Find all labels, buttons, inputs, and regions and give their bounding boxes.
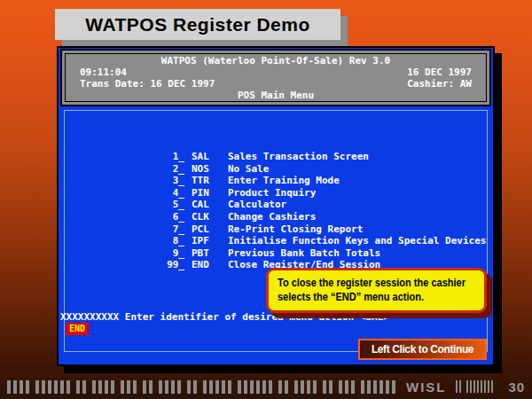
terminal-header-row-trans: Trans Date: 16 DEC 1997 Cashier: AW bbox=[62, 78, 489, 90]
barcode-bar bbox=[143, 380, 146, 394]
barcode-bar bbox=[373, 380, 377, 394]
menu-item-number: 4_ bbox=[59, 187, 184, 200]
barcode-bar bbox=[470, 380, 472, 393]
callout-line-2: selects the “END” menu action. bbox=[278, 290, 479, 304]
barcode-bar bbox=[149, 380, 153, 394]
barcode-bar bbox=[177, 380, 181, 394]
menu-item-code: END bbox=[192, 259, 216, 271]
terminal-time: 09:11:04 bbox=[80, 66, 127, 78]
menu-item-description: Sales Transaction Screen bbox=[228, 151, 369, 163]
menu-item-description: No Sale bbox=[228, 163, 269, 176]
terminal-cashier: Cashier: AW bbox=[407, 78, 472, 90]
callout-line-1: To close the register session the cashie… bbox=[278, 276, 479, 290]
barcode-bar bbox=[76, 380, 80, 394]
menu-row: 2_NOSNo Sale bbox=[59, 163, 493, 176]
slide-title: WATPOS Register Demo bbox=[85, 14, 310, 35]
barcode-bar bbox=[127, 380, 130, 394]
barcode-bar bbox=[313, 380, 317, 394]
barcode-bar bbox=[256, 380, 260, 394]
barcode-bar bbox=[301, 380, 304, 394]
barcode-bar bbox=[456, 380, 458, 393]
menu-row: 1_SALSales Transaction Screen bbox=[59, 151, 493, 163]
barcode-bar bbox=[307, 380, 310, 394]
barcode-pattern-left bbox=[7, 379, 398, 394]
menu-item-number: 9_ bbox=[59, 247, 184, 260]
barcode-bar bbox=[294, 380, 298, 394]
barcode-bar bbox=[269, 380, 272, 394]
barcode-bar bbox=[82, 380, 86, 394]
barcode-bar bbox=[351, 380, 355, 394]
menu-item-description: Previous Bank Batch Totals bbox=[228, 247, 380, 260]
menu-item-number: 6_ bbox=[59, 211, 184, 223]
menu-item-number: 1_ bbox=[59, 151, 184, 163]
menu-row: 8_IPFInitialise Function Keys and Specia… bbox=[59, 235, 493, 247]
barcode-bar bbox=[361, 380, 364, 394]
barcode-bar bbox=[466, 380, 468, 393]
barcode-bar bbox=[488, 380, 489, 393]
barcode-bar bbox=[159, 380, 162, 394]
menu-item-number: 7_ bbox=[59, 223, 184, 236]
barcode-bar bbox=[92, 380, 96, 394]
barcode-bar bbox=[459, 380, 461, 393]
menu-item-code: CLK bbox=[192, 211, 216, 223]
barcode-bar bbox=[171, 380, 175, 394]
barcode-bar bbox=[209, 380, 213, 394]
barcode-pattern-right bbox=[456, 379, 495, 394]
menu-item-code: PIN bbox=[192, 187, 216, 200]
menu-item-code: NOS bbox=[192, 163, 216, 176]
barcode-bar bbox=[481, 380, 482, 393]
barcode-bar bbox=[386, 380, 389, 394]
barcode-bar bbox=[285, 380, 288, 394]
menu-action-input: END bbox=[66, 323, 89, 335]
barcode-bar bbox=[473, 380, 475, 393]
menu-item-code: TTR bbox=[192, 175, 216, 187]
barcode-bar bbox=[250, 380, 254, 394]
menu-row: 3_TTREnter Training Mode bbox=[59, 175, 493, 187]
menu-item-code: IPF bbox=[192, 235, 216, 247]
slide-page-number: 30 bbox=[509, 379, 526, 395]
barcode-bar bbox=[121, 380, 124, 394]
slide-title-bar: WATPOS Register Demo bbox=[55, 9, 340, 40]
terminal-date: 16 DEC 1997 bbox=[407, 66, 472, 78]
barcode-bar bbox=[228, 380, 231, 394]
menu-item-code: PCL bbox=[192, 223, 216, 236]
barcode-bar bbox=[491, 380, 493, 393]
menu-item-description: Initialise Function Keys and Special Dev… bbox=[228, 235, 486, 247]
footer-brand: WISL bbox=[406, 379, 447, 395]
barcode-bar bbox=[20, 380, 23, 394]
barcode-bar bbox=[278, 380, 282, 394]
barcode-bar bbox=[215, 380, 219, 394]
menu-item-number: 5_ bbox=[59, 199, 184, 211]
menu-item-code: CAL bbox=[192, 199, 216, 211]
continue-button[interactable]: Left Click to Continue bbox=[358, 339, 487, 360]
barcode-bar bbox=[379, 380, 383, 394]
barcode-bar bbox=[13, 380, 17, 394]
barcode-bar bbox=[54, 380, 58, 394]
menu-row: 9_PBTPrevious Bank Batch Totals bbox=[59, 247, 493, 260]
barcode-bar bbox=[222, 380, 225, 394]
barcode-bar bbox=[238, 380, 241, 394]
terminal-header-row-time: 09:11:04 16 DEC 1997 bbox=[62, 66, 489, 78]
barcode-bar bbox=[26, 380, 29, 394]
continue-button-label: Left Click to Continue bbox=[372, 343, 473, 356]
barcode-bar bbox=[187, 380, 191, 394]
barcode-bar bbox=[48, 380, 51, 394]
menu-list: 1_SALSales Transaction Screen2_NOSNo Sal… bbox=[59, 151, 493, 271]
barcode-bar bbox=[35, 380, 39, 394]
slide-footer: WISL 30 bbox=[0, 379, 532, 395]
menu-item-description: Product Inquiry bbox=[228, 187, 316, 200]
menu-item-description: Change Cashiers bbox=[228, 211, 316, 223]
barcode-bar bbox=[323, 380, 326, 394]
menu-row: 5_CALCalculator bbox=[59, 199, 493, 211]
barcode-bar bbox=[111, 380, 114, 394]
terminal-trans-date: Trans Date: 16 DEC 1997 bbox=[80, 78, 215, 90]
barcode-bar bbox=[98, 380, 102, 394]
menu-item-description: Re-Print Closing Report bbox=[228, 223, 363, 236]
barcode-bar bbox=[7, 380, 11, 394]
menu-row: 4_PINProduct Inquiry bbox=[59, 187, 493, 200]
barcode-bar bbox=[484, 380, 486, 393]
barcode-bar bbox=[105, 380, 108, 394]
barcode-bar bbox=[66, 380, 70, 394]
menu-item-number: 2_ bbox=[59, 163, 184, 176]
barcode-bar bbox=[203, 380, 207, 394]
